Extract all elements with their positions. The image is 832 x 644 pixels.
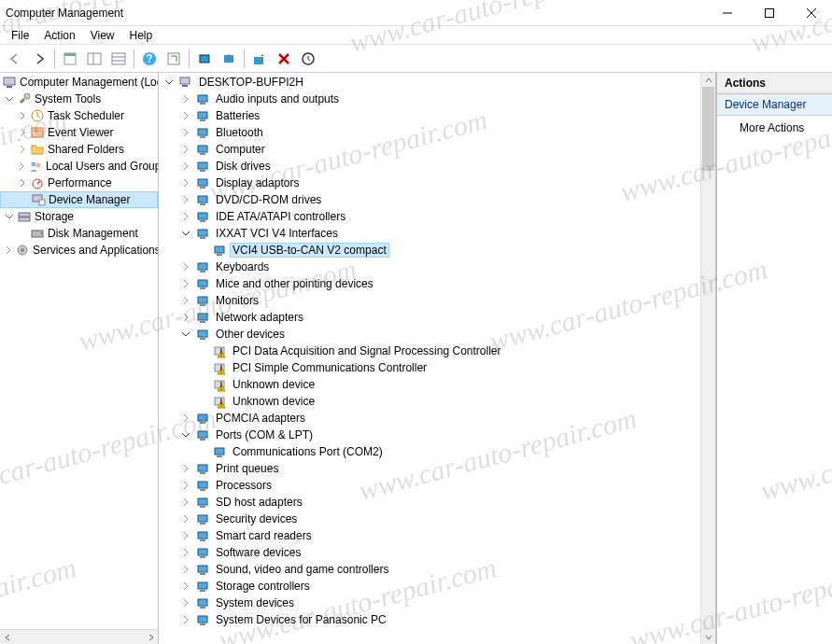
chevron-down-icon[interactable]	[162, 76, 176, 89]
tree-diskmanagement[interactable]: Disk Management	[0, 225, 158, 242]
menu-action[interactable]: Action	[36, 27, 82, 44]
chevron-right-icon[interactable]	[179, 529, 192, 542]
tree-storage[interactable]: Storage	[0, 208, 158, 225]
device-row[interactable]: Communications Port (COM2)	[159, 443, 700, 460]
chevron-right-icon[interactable]	[179, 613, 192, 626]
chevron-right-icon[interactable]	[179, 546, 192, 559]
tool-enable[interactable]	[248, 48, 271, 70]
device-row[interactable]: PCMCIA adapters	[159, 410, 700, 427]
device-row[interactable]: SD host adapters	[159, 494, 700, 511]
scroll-up-icon[interactable]	[701, 73, 715, 87]
device-row[interactable]: IDE ATA/ATAPI controllers	[159, 208, 700, 225]
chevron-right-icon[interactable]	[179, 160, 192, 173]
back-button[interactable]	[4, 48, 26, 70]
tool-uninstall[interactable]	[273, 48, 295, 70]
chevron-right-icon[interactable]	[179, 92, 192, 105]
close-button[interactable]	[790, 0, 832, 26]
chevron-right-icon[interactable]	[17, 110, 28, 121]
device-row[interactable]: DVD/CD-ROM drives	[159, 191, 700, 208]
tool-pane[interactable]	[83, 48, 106, 70]
scroll-thumb[interactable]	[702, 87, 714, 171]
device-row[interactable]: Keyboards	[159, 259, 700, 275]
chevron-right-icon[interactable]	[17, 127, 28, 138]
device-row[interactable]: Other devices	[159, 326, 700, 343]
tool-scan-hardware[interactable]	[297, 48, 319, 70]
device-row[interactable]: Software devices	[159, 544, 700, 561]
scroll-down-icon[interactable]	[701, 630, 715, 644]
device-row[interactable]: !Unknown device	[159, 393, 700, 410]
chevron-down-icon[interactable]	[179, 328, 192, 341]
vertical-scrollbar[interactable]	[700, 73, 715, 644]
tree-taskscheduler[interactable]: Task Scheduler	[0, 107, 158, 124]
chevron-right-icon[interactable]	[179, 109, 192, 122]
tree-localusers[interactable]: Local Users and Groups	[0, 158, 158, 175]
device-row[interactable]: Security devices	[159, 511, 700, 527]
device-row[interactable]: Batteries	[159, 107, 700, 124]
device-row[interactable]: Computer	[159, 141, 700, 158]
tool-list[interactable]	[107, 48, 130, 70]
device-row[interactable]: Bluetooth	[159, 124, 700, 141]
chevron-right-icon[interactable]	[179, 277, 192, 290]
actions-section[interactable]: Device Manager	[717, 94, 832, 116]
chevron-right-icon[interactable]	[17, 144, 28, 155]
scroll-right-icon[interactable]	[144, 630, 158, 644]
chevron-right-icon[interactable]	[179, 311, 192, 324]
tree-devicemanager[interactable]: Device Manager	[0, 191, 158, 208]
forward-button[interactable]	[28, 48, 50, 70]
chevron-right-icon[interactable]	[4, 245, 13, 256]
chevron-right-icon[interactable]	[17, 177, 28, 189]
chevron-right-icon[interactable]	[179, 176, 192, 189]
tree-servicesapps[interactable]: Services and Applications	[0, 242, 158, 259]
tree-systools[interactable]: System Tools	[0, 91, 158, 107]
menu-file[interactable]: File	[4, 27, 36, 44]
chevron-down-icon[interactable]	[4, 93, 15, 105]
chevron-right-icon[interactable]	[179, 294, 192, 307]
chevron-down-icon[interactable]	[4, 211, 15, 222]
device-row[interactable]: Display adaptors	[159, 175, 700, 191]
tool-properties[interactable]	[59, 48, 81, 70]
actions-more[interactable]: More Actions	[717, 116, 832, 140]
chevron-right-icon[interactable]	[179, 462, 192, 475]
tool-help[interactable]: ?	[138, 48, 161, 70]
tree-sharedfolders[interactable]: Shared Folders	[0, 141, 158, 158]
chevron-right-icon[interactable]	[179, 143, 192, 156]
chevron-right-icon[interactable]	[179, 596, 192, 609]
chevron-right-icon[interactable]	[179, 580, 192, 593]
chevron-right-icon[interactable]	[179, 260, 192, 273]
chevron-right-icon[interactable]	[179, 193, 192, 206]
device-row[interactable]: Mice and other pointing devices	[159, 275, 700, 292]
minimize-button[interactable]	[706, 0, 748, 26]
device-row[interactable]: !PCI Data Acquisition and Signal Process…	[159, 343, 700, 359]
device-root[interactable]: DESKTOP-BUFPI2H	[159, 74, 700, 91]
device-row[interactable]: IXXAT VCI V4 Interfaces	[159, 225, 700, 242]
horizontal-scrollbar[interactable]	[0, 629, 158, 644]
device-row[interactable]: Storage controllers	[159, 578, 700, 595]
device-row[interactable]: Disk drives	[159, 158, 700, 175]
device-row[interactable]: VCI4 USB-to-CAN V2 compact	[159, 242, 700, 259]
chevron-down-icon[interactable]	[179, 428, 192, 441]
device-row[interactable]: Network adapters	[159, 309, 700, 326]
tree-eventviewer[interactable]: Event Viewer	[0, 124, 158, 141]
chevron-right-icon[interactable]	[179, 512, 192, 525]
chevron-right-icon[interactable]	[179, 210, 192, 223]
tree-performance[interactable]: Performance	[0, 175, 158, 191]
menu-help[interactable]: Help	[122, 27, 161, 44]
tool-update[interactable]	[218, 48, 240, 70]
device-row[interactable]: Sound, video and game controllers	[159, 561, 700, 578]
device-row[interactable]: Ports (COM & LPT)	[159, 427, 700, 443]
scroll-thumb[interactable]	[14, 631, 144, 644]
chevron-right-icon[interactable]	[17, 161, 26, 172]
tool-refresh[interactable]	[162, 48, 185, 70]
device-row[interactable]: !Unknown device	[159, 376, 700, 393]
tree-root[interactable]: Computer Management (Local	[0, 74, 158, 91]
chevron-right-icon[interactable]	[179, 126, 192, 139]
device-row[interactable]: System Devices for Panasonic PC	[159, 611, 700, 628]
device-row[interactable]: Audio inputs and outputs	[159, 91, 700, 107]
scroll-left-icon[interactable]	[0, 630, 14, 644]
chevron-right-icon[interactable]	[179, 412, 192, 425]
device-row[interactable]: System devices	[159, 595, 700, 611]
chevron-right-icon[interactable]	[179, 479, 192, 492]
chevron-right-icon[interactable]	[179, 563, 192, 576]
chevron-right-icon[interactable]	[179, 496, 192, 509]
menu-view[interactable]: View	[83, 27, 122, 44]
